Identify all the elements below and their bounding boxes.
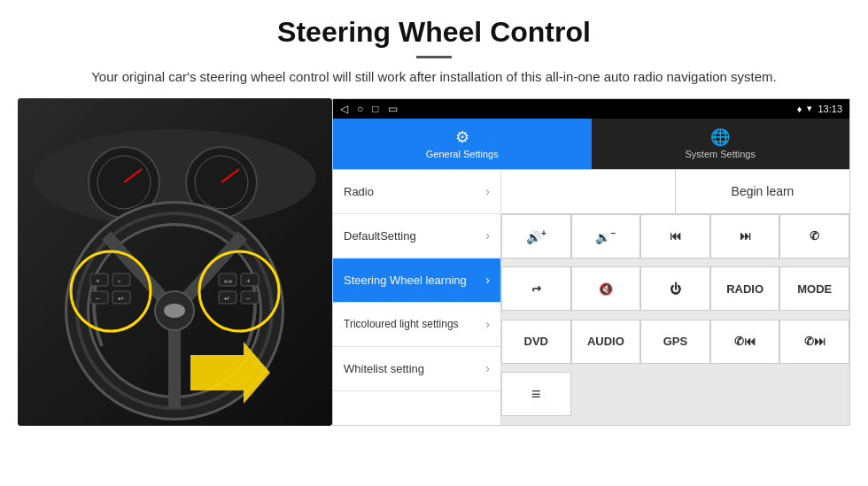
steering-wheel-image: + ≈ − ↩ ⊳⊳ + ↵ −	[18, 98, 332, 426]
gps-button[interactable]: GPS	[640, 320, 710, 364]
bottom-section: Radio › DefaultSetting › Steering Wheel …	[333, 170, 849, 425]
mute-button[interactable]: 🔇	[571, 266, 641, 311]
volume-up-button[interactable]: 🔊+	[501, 214, 571, 258]
svg-text:−: −	[96, 295, 100, 303]
tab-system-settings[interactable]: 🌐 System Settings	[592, 119, 850, 169]
chevron-icon-whitelist: ›	[485, 361, 490, 375]
hangup-icon: ↩	[531, 282, 541, 296]
menu-item-radio-label: Radio	[344, 185, 374, 198]
audio-button[interactable]: AUDIO	[571, 320, 641, 364]
menu-list: Radio › DefaultSetting › Steering Wheel …	[333, 170, 501, 425]
home-nav-icon[interactable]: ○	[357, 103, 363, 115]
svg-text:−: −	[246, 295, 251, 303]
menu-item-radio[interactable]: Radio ›	[333, 170, 500, 214]
android-ui-panel: ◁ ○ □ ▭ ♦ ▾ 13:13 ⚙ General Settings 🌐 S…	[332, 98, 850, 426]
radio-mode-label: RADIO	[726, 282, 763, 296]
general-settings-icon: ⚙	[455, 127, 469, 147]
volume-up-icon: 🔊+	[526, 228, 546, 244]
hangup-button[interactable]: ↩	[501, 266, 571, 311]
chevron-icon-tricoloured: ›	[485, 317, 490, 331]
svg-text:⊳⊳: ⊳⊳	[224, 279, 233, 284]
menu-item-default[interactable]: DefaultSetting ›	[333, 214, 500, 258]
phone-prev-icon: ✆⏮	[734, 335, 756, 348]
chevron-icon-radio: ›	[485, 184, 490, 198]
menu-item-steering[interactable]: Steering Wheel learning ›	[333, 258, 500, 303]
wheel-background: + ≈ − ↩ ⊳⊳ + ↵ −	[18, 98, 332, 426]
chevron-icon-steering: ›	[485, 273, 490, 287]
phone-answer-button[interactable]: ✆	[779, 214, 849, 258]
location-icon: ♦	[797, 104, 802, 114]
audio-label: AUDIO	[587, 335, 624, 348]
prev-track-icon: ⏮	[670, 229, 681, 243]
menu-item-steering-label: Steering Wheel learning	[344, 274, 467, 287]
next-track-button[interactable]: ⏭	[710, 214, 780, 258]
svg-text:↩: ↩	[118, 295, 124, 303]
page-header: Steering Wheel Control Your original car…	[0, 0, 868, 98]
status-bar-left: ◁ ○ □ ▭	[340, 103, 398, 115]
menu-item-tricoloured-label: Tricoloured light settings	[344, 318, 459, 330]
recents-nav-icon[interactable]: □	[372, 103, 378, 115]
tab-system-label: System Settings	[686, 149, 756, 159]
svg-rect-17	[112, 274, 130, 286]
menu-item-whitelist-label: Whitelist setting	[344, 362, 424, 375]
control-panel: Begin learn 🔊+ 🔉− ⏮ ⏭	[501, 170, 849, 425]
phone-next-button[interactable]: ✆⏭	[779, 320, 849, 364]
mode-label: MODE	[797, 282, 832, 296]
menu-item-whitelist[interactable]: Whitelist setting ›	[333, 347, 500, 391]
volume-down-icon: 🔉−	[595, 228, 616, 244]
back-nav-icon[interactable]: ◁	[340, 103, 348, 115]
mute-icon: 🔇	[599, 282, 613, 296]
list-button[interactable]: ≡	[501, 372, 571, 416]
empty-input-box	[501, 170, 676, 213]
status-bar: ◁ ○ □ ▭ ♦ ▾ 13:13	[333, 99, 849, 119]
radio-mode-button[interactable]: RADIO	[710, 266, 780, 311]
chevron-icon-default: ›	[485, 228, 490, 243]
phone-prev-button[interactable]: ✆⏮	[710, 320, 780, 364]
system-settings-icon: 🌐	[710, 127, 730, 147]
svg-text:↵: ↵	[224, 295, 230, 303]
volume-down-button[interactable]: 🔉−	[571, 214, 641, 258]
status-bar-right: ♦ ▾ 13:13	[797, 103, 842, 114]
dvd-button[interactable]: DVD	[501, 320, 571, 364]
title-divider	[416, 56, 452, 58]
svg-point-14	[164, 304, 185, 318]
tab-bar: ⚙ General Settings 🌐 System Settings	[333, 119, 849, 170]
header-description: Your original car's steering wheel contr…	[18, 67, 850, 88]
next-track-icon: ⏭	[740, 229, 751, 243]
phone-next-icon: ✆⏭	[804, 335, 825, 348]
tab-general-settings[interactable]: ⚙ General Settings	[333, 119, 592, 169]
svg-text:+: +	[96, 277, 100, 285]
menu-item-default-label: DefaultSetting	[344, 229, 416, 243]
wifi-icon: ▾	[807, 103, 812, 114]
list-icon: ≡	[531, 385, 541, 404]
power-button[interactable]: ⏻	[640, 266, 710, 311]
status-time: 13:13	[818, 104, 842, 114]
tab-general-label: General Settings	[426, 149, 499, 159]
control-buttons-grid: 🔊+ 🔉− ⏮ ⏭ ✆ ↩	[501, 214, 849, 425]
page-title: Steering Wheel Control	[18, 16, 850, 49]
svg-text:+: +	[246, 277, 251, 285]
menu-item-tricoloured[interactable]: Tricoloured light settings ›	[333, 303, 500, 347]
power-icon: ⏻	[670, 282, 681, 296]
gps-label: GPS	[663, 335, 687, 348]
mode-button[interactable]: MODE	[779, 266, 849, 311]
steering-wheel-svg: + ≈ − ↩ ⊳⊳ + ↵ −	[18, 98, 332, 426]
main-content: + ≈ − ↩ ⊳⊳ + ↵ −	[18, 98, 850, 426]
control-top-row: Begin learn	[501, 170, 849, 214]
phone-answer-icon: ✆	[810, 229, 819, 243]
dvd-label: DVD	[524, 335, 548, 348]
cast-icon: ▭	[388, 103, 398, 115]
begin-learn-button[interactable]: Begin learn	[676, 170, 849, 213]
prev-track-button[interactable]: ⏮	[640, 214, 710, 258]
